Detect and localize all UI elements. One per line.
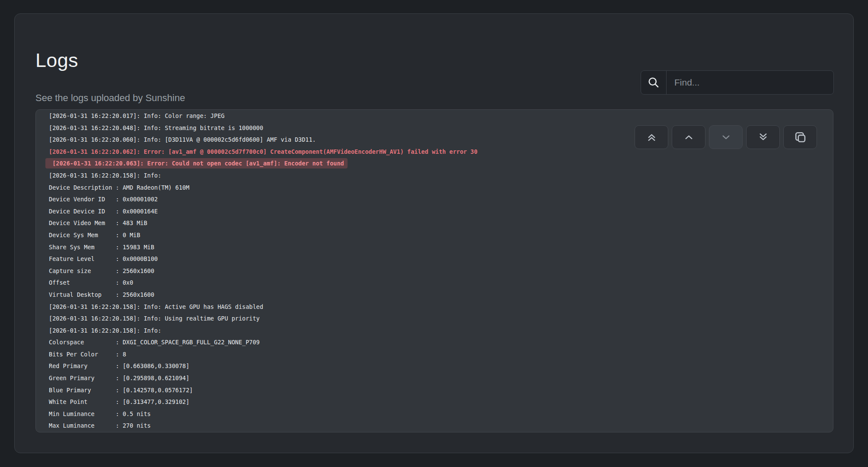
log-line: Capture size : 2560x1600 xyxy=(49,265,820,277)
log-line: [2026-01-31 16:22:20.017]: Info: Color r… xyxy=(49,110,820,122)
log-line: Virtual Desktop : 2560x1600 xyxy=(49,289,820,301)
log-line-text: Min Luminance : 0.5 nits xyxy=(49,410,151,417)
log-line: [2026-01-31 16:22:20.158]: Info: Active … xyxy=(49,301,820,313)
find-search-group xyxy=(641,70,834,95)
copy-icon xyxy=(793,130,807,144)
log-line: Red Primary : [0.663086,0.330078] xyxy=(49,360,820,372)
next-match-button[interactable] xyxy=(709,125,743,149)
logs-card: Logs See the logs uploaded by Sunshine [… xyxy=(14,13,854,453)
log-line-text: [2026-01-31 16:22:20.063]: Error: Could … xyxy=(45,158,348,168)
search-icon xyxy=(647,76,660,89)
log-line: Feature Level : 0x0000B100 xyxy=(49,253,820,265)
log-line-text: Device Sys Mem : 0 MiB xyxy=(49,232,140,238)
page-subtitle: See the logs uploaded by Sunshine xyxy=(35,92,185,104)
chevron-double-up-icon xyxy=(646,131,657,143)
log-line-text: Capture size : 2560x1600 xyxy=(49,267,154,274)
chevron-down-icon xyxy=(720,131,732,143)
log-line-text: Device Device ID : 0x0000164E xyxy=(49,208,158,215)
log-line: Colorspace : DXGI_COLOR_SPACE_RGB_FULL_G… xyxy=(49,337,820,349)
chevron-up-icon xyxy=(683,131,695,143)
log-line: White Point : [0.313477,0.329102] xyxy=(49,396,820,408)
log-line-text: Device Vendor ID : 0x00001002 xyxy=(49,196,158,203)
log-line: Device Vendor ID : 0x00001002 xyxy=(49,194,820,206)
log-line: Offset : 0x0 xyxy=(49,277,820,289)
log-line: Bits Per Color : 8 xyxy=(49,349,820,361)
scroll-to-bottom-button[interactable] xyxy=(746,125,780,149)
log-line-text: Device Description : AMD Radeon(TM) 610M xyxy=(49,184,189,191)
chevron-double-down-icon xyxy=(757,131,769,143)
log-line: Max Luminance : 270 nits xyxy=(49,420,820,432)
log-line-text: White Point : [0.313477,0.329102] xyxy=(49,398,189,405)
log-line-text: Device Video Mem : 483 MiB xyxy=(49,219,147,226)
log-line: Device Device ID : 0x0000164E xyxy=(49,206,820,218)
log-line: Share Sys Mem : 15983 MiB xyxy=(49,241,820,254)
log-line-text: [2026-01-31 16:22:20.158]: Info: Using r… xyxy=(49,315,260,322)
log-line: Green Primary : [0.295898,0.621094] xyxy=(49,372,820,384)
log-line-text: Share Sys Mem : 15983 MiB xyxy=(49,244,154,251)
log-line: [2026-01-31 16:22:20.063]: Error: Could … xyxy=(49,158,820,170)
find-input[interactable] xyxy=(667,71,833,94)
log-line-text: Virtual Desktop : 2560x1600 xyxy=(49,291,154,298)
previous-match-button[interactable] xyxy=(672,125,705,149)
log-line: [2026-01-31 16:22:20.158]: Info: Using r… xyxy=(49,313,820,325)
log-line-text: [2026-01-31 16:22:20.158]: Info: xyxy=(49,327,165,334)
log-line-text: [2026-01-31 16:22:20.158]: Info: xyxy=(49,172,165,179)
search-icon-cell xyxy=(641,71,667,94)
log-line: Min Luminance : 0.5 nits xyxy=(49,408,820,420)
log-line-text: [2026-01-31 16:22:20.062]: Error: [av1_a… xyxy=(49,148,478,155)
log-line: [2026-01-31 16:22:20.158]: Info: xyxy=(49,325,820,337)
log-line-text: [2026-01-31 16:22:20.158]: Info: Active … xyxy=(49,303,263,310)
log-line: Device Sys Mem : 0 MiB xyxy=(49,229,820,241)
log-line-text: Bits Per Color : 8 xyxy=(49,351,126,358)
log-line: [2026-01-31 16:22:20.158]: Info: xyxy=(49,170,820,182)
scroll-to-top-button[interactable] xyxy=(635,125,668,149)
log-line-text: [2026-01-31 16:22:20.060]: Info: [D3D11V… xyxy=(49,136,316,143)
log-line-text: Green Primary : [0.295898,0.621094] xyxy=(49,375,189,381)
log-line: Blue Primary : [0.142578,0.0576172] xyxy=(49,384,820,397)
log-line-text: [2026-01-31 16:22:20.048]: Info: Streami… xyxy=(49,124,263,131)
log-line-text: Blue Primary : [0.142578,0.0576172] xyxy=(49,387,193,394)
log-line-text: [2026-01-31 16:22:20.017]: Info: Color r… xyxy=(49,112,224,119)
log-line-text: Offset : 0x0 xyxy=(49,279,133,286)
page-title: Logs xyxy=(35,49,78,72)
copy-logs-button[interactable] xyxy=(783,125,817,149)
log-line-text: Red Primary : [0.663086,0.330078] xyxy=(49,362,189,369)
log-line-text: Feature Level : 0x0000B100 xyxy=(49,255,158,262)
log-line-text: Colorspace : DXGI_COLOR_SPACE_RGB_FULL_G… xyxy=(49,339,260,346)
log-toolbar xyxy=(635,125,817,149)
log-line-text: Max Luminance : 270 nits xyxy=(49,422,151,429)
log-lines-container: [2026-01-31 16:22:20.017]: Info: Color r… xyxy=(49,110,820,432)
log-line: Device Video Mem : 483 MiB xyxy=(49,217,820,229)
log-panel[interactable]: [2026-01-31 16:22:20.017]: Info: Color r… xyxy=(35,109,833,432)
log-line: Device Description : AMD Radeon(TM) 610M xyxy=(49,182,820,194)
